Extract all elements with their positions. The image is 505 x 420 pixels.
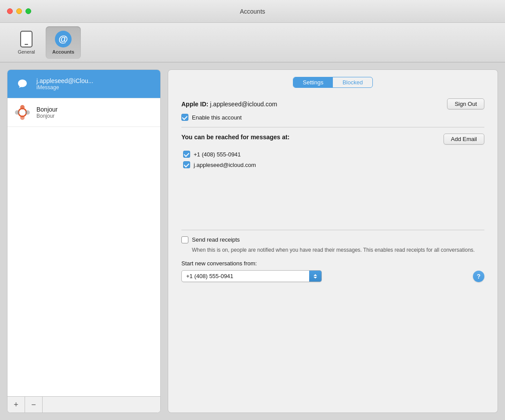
phone-checkbox[interactable]: [183, 151, 190, 158]
remove-account-button[interactable]: −: [25, 397, 43, 413]
reached-row: You can be reached for messages at: Add …: [181, 134, 484, 145]
email-value: j.appleseed@icloud.com: [194, 162, 256, 168]
apple-id-row: Apple ID: j.appleseed@icloud.com Sign Ou…: [181, 98, 484, 109]
tab-settings[interactable]: Settings: [293, 77, 333, 87]
help-button[interactable]: ?: [473, 271, 484, 282]
toolbar: General @ Accounts: [0, 23, 505, 62]
address-item-phone: +1 (408) 555-0941: [183, 151, 484, 158]
reached-label: You can be reached for messages at:: [181, 134, 289, 141]
sidebar: j.appleseed@iClou... iMessage: [7, 69, 161, 413]
sidebar-item-imessage[interactable]: j.appleseed@iClou... iMessage: [7, 70, 160, 98]
sidebar-footer: + −: [7, 396, 160, 413]
minimize-button[interactable]: [16, 8, 22, 14]
svg-point-1: [18, 109, 26, 116]
maximize-button[interactable]: [25, 8, 31, 14]
avatar-imessage: [13, 74, 32, 94]
tab-group: Settings Blocked: [293, 77, 373, 88]
enable-account-checkbox[interactable]: [181, 114, 188, 121]
imessage-text: j.appleseed@iClou... iMessage: [36, 77, 93, 91]
email-checkbox[interactable]: [183, 161, 190, 168]
start-conv-dropdown[interactable]: +1 (408) 555-0941: [181, 270, 322, 282]
bonjour-account-name: Bonjour: [36, 106, 58, 113]
toolbar-item-accounts[interactable]: @ Accounts: [46, 26, 81, 59]
traffic-lights: [7, 8, 31, 14]
phone-value: +1 (408) 555-0941: [194, 151, 241, 158]
main-content: j.appleseed@iClou... iMessage: [0, 62, 505, 420]
bonjour-account-subtitle: Bonjour: [36, 113, 58, 119]
add-account-button[interactable]: +: [7, 397, 25, 413]
accounts-icon: @: [55, 31, 72, 47]
toolbar-accounts-label: Accounts: [52, 49, 74, 54]
detail-panel: Settings Blocked Apple ID: j.appleseed@i…: [168, 69, 498, 413]
enable-account-row: Enable this account: [181, 114, 484, 121]
enable-account-label: Enable this account: [192, 114, 242, 121]
close-button[interactable]: [7, 8, 13, 14]
address-item-email: j.appleseed@icloud.com: [183, 161, 484, 168]
apple-id-label: Apple ID: j.appleseed@icloud.com: [181, 101, 277, 108]
separator-1: [181, 127, 484, 127]
tab-blocked[interactable]: Blocked: [333, 77, 372, 87]
send-receipts-row: Send read receipts: [181, 236, 484, 243]
receipts-description: When this is on, people are notified whe…: [192, 246, 484, 254]
imessage-account-subtitle: iMessage: [36, 84, 93, 91]
imessage-account-name: j.appleseed@iClou...: [36, 77, 93, 84]
start-conv-label: Start new conversations from:: [181, 260, 484, 267]
avatar-bonjour: [13, 103, 32, 122]
dropdown-arrow-icon: [309, 271, 321, 282]
segmented-control: Settings Blocked: [168, 70, 498, 93]
toolbar-general-label: General: [18, 49, 35, 54]
accounts-list: j.appleseed@iClou... iMessage: [7, 70, 160, 396]
bonjour-text: Bonjour Bonjour: [36, 106, 58, 119]
arrow-up-icon: [314, 274, 317, 276]
start-conv-value: +1 (408) 555-0941: [182, 271, 309, 282]
separator-2: [181, 230, 484, 230]
send-receipts-label: Send read receipts: [192, 236, 240, 243]
add-email-button[interactable]: Add Email: [444, 134, 484, 145]
send-receipts-checkbox[interactable]: [181, 236, 188, 243]
general-icon: [18, 31, 35, 47]
detail-content: Apple ID: j.appleseed@icloud.com Sign Ou…: [168, 93, 498, 413]
toolbar-item-general[interactable]: General: [9, 26, 44, 59]
window-title: Accounts: [240, 8, 265, 15]
sidebar-item-bonjour[interactable]: Bonjour Bonjour: [7, 98, 160, 127]
sign-out-button[interactable]: Sign Out: [447, 98, 484, 109]
titlebar: Accounts: [0, 0, 505, 23]
dropdown-row: +1 (408) 555-0941 ?: [181, 270, 484, 282]
arrow-down-icon: [314, 277, 317, 279]
